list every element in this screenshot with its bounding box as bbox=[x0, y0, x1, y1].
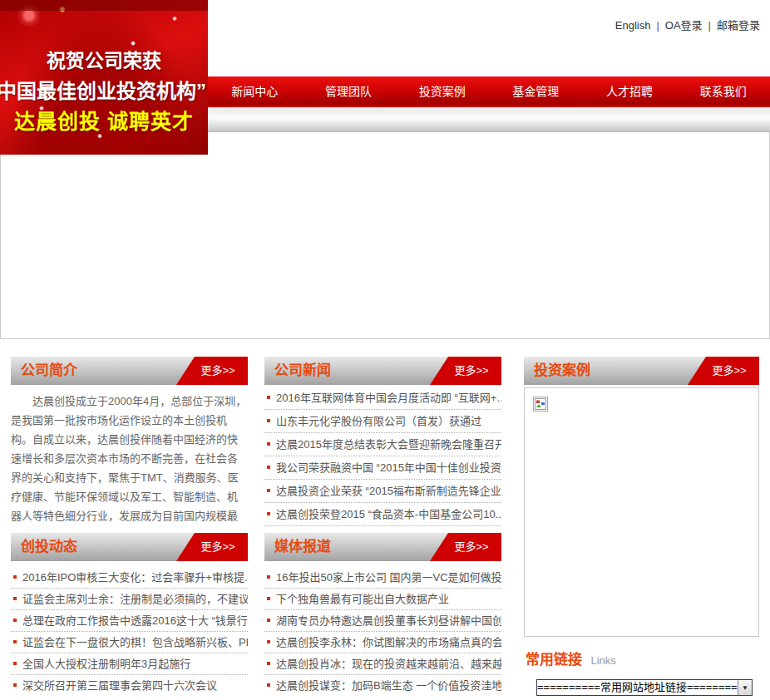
list-item-label: 2016年互联网体育中国会月度活动即 “互联网+... bbox=[276, 392, 501, 404]
more-button-company-news[interactable]: 更多>> bbox=[430, 357, 501, 385]
nav-item-contact-us[interactable]: 联系我们 bbox=[676, 76, 770, 107]
bullet-icon bbox=[267, 466, 270, 469]
bullet-icon bbox=[267, 575, 270, 579]
section-header-company-intro: 公司简介 更多>> bbox=[11, 357, 248, 385]
section-vc-news: 创投动态 更多>> 2016年IPO审核三大变化：过会率骤升+审核提... 证监… bbox=[11, 533, 248, 693]
section-media-reports: 媒体报道 更多>> 16年投出50家上市公司 国内第一VC是如何做投... 下个… bbox=[264, 533, 501, 693]
bullet-icon bbox=[13, 575, 17, 579]
list-item[interactable]: 达晨投资企业荣获 “2015福布斯新制造先锋企业” bbox=[264, 480, 501, 503]
bullet-icon bbox=[267, 662, 270, 665]
bullet-icon bbox=[267, 489, 270, 492]
list-item[interactable]: 下个独角兽最有可能出自大数据产业 bbox=[264, 589, 501, 610]
banner-line2: “2015年中国最佳创业投资机构” bbox=[0, 75, 206, 101]
bullet-icon bbox=[267, 619, 270, 622]
more-button-media-reports[interactable]: 更多>> bbox=[430, 533, 501, 561]
vc-news-list: 2016年IPO审核三大变化：过会率骤升+审核提... 证监会主席刘士余：注册制… bbox=[11, 564, 248, 693]
chevron-down-icon[interactable]: ▼ bbox=[738, 680, 752, 695]
more-button-vc-news[interactable]: 更多>> bbox=[176, 533, 248, 561]
links-subtitle: Links bbox=[590, 654, 615, 667]
promo-banner[interactable]: 祝贺公司荣获 “2015年中国最佳创业投资机构” 达晨创投 诚聘英才 bbox=[0, 0, 208, 155]
bullet-icon bbox=[267, 512, 270, 515]
bullet-icon bbox=[267, 419, 270, 422]
list-item[interactable]: 2016年互联网体育中国会月度活动即 “互联网+... bbox=[264, 387, 501, 410]
bullet-icon bbox=[13, 662, 17, 665]
bullet-icon bbox=[13, 683, 17, 687]
list-item[interactable]: 证监会在下一盘很大的棋！包含战略新兴板、PE... bbox=[11, 632, 248, 653]
company-news-list: 2016年互联网体育中国会月度活动即 “互联网+... 山东丰元化学股份有限公司… bbox=[264, 385, 501, 526]
list-item-label: 全国人大授权注册制明年3月起施行 bbox=[22, 658, 190, 670]
section-header-vc-news: 创投动态 更多>> bbox=[11, 533, 248, 561]
nav-item-recruitment[interactable]: 人才招聘 bbox=[583, 76, 677, 107]
list-item-label: 下个独角兽最有可能出自大数据产业 bbox=[276, 593, 449, 605]
main-slider-area bbox=[0, 132, 770, 339]
list-item[interactable]: 总理在政府工作报告中透露2016这十大 “钱景行... bbox=[11, 610, 248, 632]
list-item[interactable]: 达晨创投肖冰：现在的投资越来越前沿、越来越... bbox=[264, 653, 501, 675]
bullet-icon bbox=[13, 619, 17, 622]
company-intro-text: 达晨创投成立于2000年4月，总部位于深圳，是我国第一批按市场化运作设立的本土创… bbox=[11, 385, 248, 526]
section-title-investment-cases: 投资案例 bbox=[534, 357, 590, 385]
list-item-label: 达晨2015年度总结表彰大会暨迎新晚会隆重召开 bbox=[276, 438, 501, 451]
link-separator: | bbox=[656, 19, 659, 32]
list-item[interactable]: 2016年IPO审核三大变化：过会率骤升+审核提... bbox=[11, 567, 248, 589]
media-reports-list: 16年投出50家上市公司 国内第一VC是如何做投... 下个独角兽最有可能出自大… bbox=[264, 564, 501, 693]
bullet-icon bbox=[13, 597, 17, 600]
list-item[interactable]: 达晨创投谋变：加码B端生态 一个价值投资洼地 bbox=[264, 675, 501, 693]
banner-line2-wrap: “2015年中国最佳创业投资机构” bbox=[0, 75, 208, 101]
bullet-icon bbox=[267, 640, 270, 643]
link-separator: | bbox=[708, 19, 711, 32]
section-header-media-reports: 媒体报道 更多>> bbox=[264, 533, 501, 561]
list-item[interactable]: 我公司荣获融资中国 “2015年中国十佳创业投资... bbox=[264, 456, 501, 480]
list-item-label: 16年投出50家上市公司 国内第一VC是如何做投... bbox=[276, 571, 501, 584]
list-item-label: 山东丰元化学股份有限公司（首发）获通过 bbox=[276, 415, 481, 427]
nav-item-fund-management[interactable]: 基金管理 bbox=[489, 76, 583, 107]
section-title-vc-news: 创投动态 bbox=[21, 533, 77, 561]
list-item-label: 证监会主席刘士余：注册制是必须搞的，不建议... bbox=[22, 593, 248, 605]
banner-line3: 达晨创投 诚聘英才 bbox=[0, 105, 208, 135]
column-news: 公司新闻 更多>> 2016年互联网体育中国会月度活动即 “互联网+... 山东… bbox=[264, 357, 501, 693]
list-item[interactable]: 达晨创投李永林：你试图解决的市场痛点真的会... bbox=[264, 632, 501, 653]
list-item[interactable]: 深交所召开第三届理事会第四十六次会议 bbox=[11, 675, 248, 693]
investment-cases-box bbox=[524, 387, 759, 637]
more-button-investment-cases[interactable]: 更多>> bbox=[688, 357, 759, 385]
list-item[interactable]: 证监会主席刘士余：注册制是必须搞的，不建议... bbox=[11, 589, 248, 610]
list-item-label: 湖南专员办特邀达晨创投董事长刘昼讲解中国创... bbox=[276, 614, 501, 627]
link-mail-login[interactable]: 邮箱登录 bbox=[717, 19, 760, 32]
more-button-company-intro[interactable]: 更多>> bbox=[176, 357, 248, 385]
links-dropdown-value: ==========常用网站地址链接========== bbox=[537, 680, 738, 695]
nav-item-management-team[interactable]: 管理团队 bbox=[302, 76, 396, 107]
bullet-icon bbox=[267, 396, 270, 399]
list-item-label: 达晨投资企业荣获 “2015福布斯新制造先锋企业” bbox=[276, 485, 501, 497]
link-english[interactable]: English bbox=[615, 19, 651, 32]
nav-item-investment-cases[interactable]: 投资案例 bbox=[395, 76, 489, 107]
nav-item-news-center[interactable]: 新闻中心 bbox=[208, 76, 302, 107]
banner-line1: 祝贺公司荣获 bbox=[0, 45, 208, 73]
column-cases: 投资案例 更多>> 常用链接 Links ==========常用网站地址链接=… bbox=[524, 357, 759, 696]
list-item[interactable]: 湖南专员办特邀达晨创投董事长刘昼讲解中国创... bbox=[264, 610, 501, 632]
bullet-icon bbox=[267, 442, 270, 446]
list-item[interactable]: 16年投出50家上市公司 国内第一VC是如何做投... bbox=[264, 567, 501, 589]
list-item-label: 总理在政府工作报告中透露2016这十大 “钱景行... bbox=[22, 614, 248, 627]
section-title-media-reports: 媒体报道 bbox=[274, 533, 331, 561]
column-company: 公司简介 更多>> 达晨创投成立于2000年4月，总部位于深圳，是我国第一批按市… bbox=[11, 357, 248, 693]
link-oa-login[interactable]: OA登录 bbox=[665, 19, 703, 32]
list-item[interactable]: 达晨2015年度总结表彰大会暨迎新晚会隆重召开 bbox=[264, 433, 501, 456]
main-nav-items: 新闻中心 管理团队 投资案例 基金管理 人才招聘 联系我们 bbox=[208, 76, 770, 107]
list-item[interactable]: 全国人大授权注册制明年3月起施行 bbox=[11, 653, 248, 675]
list-item-label: 我公司荣获融资中国 “2015年中国十佳创业投资... bbox=[276, 461, 501, 474]
bullet-icon bbox=[267, 597, 270, 600]
bullet-icon bbox=[267, 683, 270, 687]
list-item-label: 达晨创投李永林：你试图解决的市场痛点真的会... bbox=[276, 636, 501, 648]
list-item[interactable]: 山东丰元化学股份有限公司（首发）获通过 bbox=[264, 410, 501, 433]
broken-image-icon bbox=[533, 397, 548, 412]
list-item-label: 证监会在下一盘很大的棋！包含战略新兴板、PE... bbox=[22, 636, 248, 648]
list-item-label: 达晨创投谋变：加码B端生态 一个价值投资洼地 bbox=[276, 679, 501, 692]
section-title-company-news: 公司新闻 bbox=[274, 357, 331, 385]
links-title: 常用链接 bbox=[526, 652, 582, 668]
links-section-header: 常用链接 Links bbox=[524, 648, 759, 668]
links-dropdown[interactable]: ==========常用网站地址链接========== ▼ bbox=[536, 679, 753, 696]
list-item-label: 达晨创投肖冰：现在的投资越来越前沿、越来越... bbox=[276, 658, 501, 670]
list-item-label: 达晨创投荣登2015 “食品资本-中国基金公司10... bbox=[276, 508, 501, 520]
list-item[interactable]: 达晨创投荣登2015 “食品资本-中国基金公司10... bbox=[264, 503, 501, 526]
section-header-investment-cases: 投资案例 更多>> bbox=[524, 357, 759, 385]
top-links: English|OA登录|邮箱登录 bbox=[615, 17, 760, 32]
